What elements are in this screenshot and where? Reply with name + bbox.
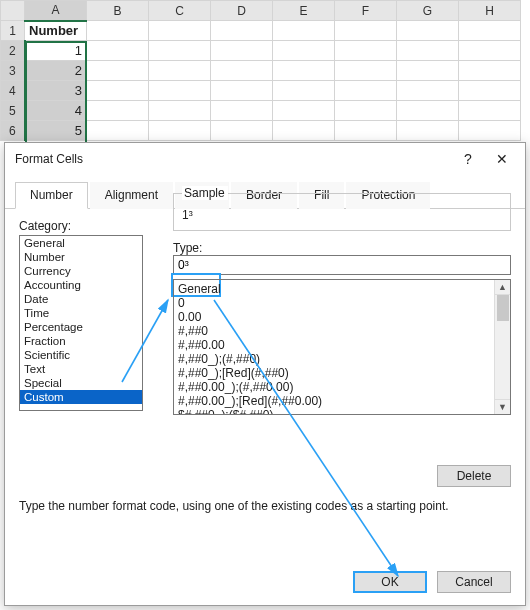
list-item[interactable]: Percentage: [20, 320, 142, 334]
cell[interactable]: [87, 21, 149, 41]
list-item[interactable]: General: [176, 282, 508, 296]
list-item[interactable]: Fraction: [20, 334, 142, 348]
cell[interactable]: [87, 81, 149, 101]
type-input[interactable]: [173, 255, 511, 275]
cell[interactable]: [149, 41, 211, 61]
row-header-1[interactable]: 1: [1, 21, 25, 41]
close-button[interactable]: ✕: [485, 147, 519, 171]
cell[interactable]: [149, 81, 211, 101]
cell[interactable]: [211, 101, 273, 121]
cell[interactable]: [211, 81, 273, 101]
worksheet[interactable]: A B C D E F G H 1 Number 2 1 3 2 4 3 5 4…: [0, 0, 521, 141]
dialog-titlebar[interactable]: Format Cells ? ✕: [5, 143, 525, 175]
delete-button[interactable]: Delete: [437, 465, 511, 487]
cell[interactable]: [273, 121, 335, 141]
cell[interactable]: [211, 21, 273, 41]
row-header-5[interactable]: 5: [1, 101, 25, 121]
col-header-g[interactable]: G: [397, 1, 459, 21]
cancel-button[interactable]: Cancel: [437, 571, 511, 593]
cell[interactable]: [335, 121, 397, 141]
col-header-h[interactable]: H: [459, 1, 521, 21]
cell[interactable]: [149, 101, 211, 121]
list-item-selected[interactable]: Custom: [20, 390, 142, 404]
cell[interactable]: [87, 61, 149, 81]
cell[interactable]: [397, 101, 459, 121]
cell[interactable]: [335, 101, 397, 121]
cell[interactable]: [335, 21, 397, 41]
list-item[interactable]: General: [20, 236, 142, 250]
col-header-b[interactable]: B: [87, 1, 149, 21]
cell[interactable]: [273, 61, 335, 81]
row-header-3[interactable]: 3: [1, 61, 25, 81]
list-item[interactable]: 0: [176, 296, 508, 310]
cell-a6[interactable]: 5: [25, 121, 87, 141]
cell[interactable]: [459, 101, 521, 121]
row-header-4[interactable]: 4: [1, 81, 25, 101]
list-item[interactable]: #,##0: [176, 324, 508, 338]
category-list[interactable]: General Number Currency Accounting Date …: [19, 235, 143, 411]
list-item[interactable]: Scientific: [20, 348, 142, 362]
cell[interactable]: [335, 81, 397, 101]
list-item[interactable]: Accounting: [20, 278, 142, 292]
scroll-up-icon[interactable]: ▲: [495, 280, 510, 295]
list-item[interactable]: Text: [20, 362, 142, 376]
cell[interactable]: [87, 41, 149, 61]
col-header-f[interactable]: F: [335, 1, 397, 21]
list-item[interactable]: $#,##0_);($#,##0): [176, 408, 508, 415]
cell-a2[interactable]: 1: [25, 41, 87, 61]
cell[interactable]: [459, 121, 521, 141]
col-header-a[interactable]: A: [25, 1, 87, 21]
cell[interactable]: [211, 121, 273, 141]
format-list[interactable]: General 0 0.00 #,##0 #,##0.00 #,##0_);(#…: [173, 279, 511, 415]
scroll-thumb[interactable]: [497, 295, 509, 321]
cell[interactable]: [149, 61, 211, 81]
list-item[interactable]: Date: [20, 292, 142, 306]
col-header-e[interactable]: E: [273, 1, 335, 21]
cell[interactable]: [459, 41, 521, 61]
cell[interactable]: [397, 41, 459, 61]
list-item[interactable]: #,##0_);[Red](#,##0): [176, 366, 508, 380]
cell[interactable]: [397, 61, 459, 81]
help-button[interactable]: ?: [451, 147, 485, 171]
cell[interactable]: [87, 101, 149, 121]
col-header-c[interactable]: C: [149, 1, 211, 21]
row-header-6[interactable]: 6: [1, 121, 25, 141]
cell[interactable]: [87, 121, 149, 141]
cell-a3[interactable]: 2: [25, 61, 87, 81]
select-all-corner[interactable]: [1, 1, 25, 21]
scrollbar[interactable]: ▲ ▼: [494, 280, 510, 414]
tab-number[interactable]: Number: [15, 182, 88, 209]
col-header-d[interactable]: D: [211, 1, 273, 21]
cell[interactable]: [273, 101, 335, 121]
cell[interactable]: [397, 121, 459, 141]
list-item[interactable]: 0.00: [176, 310, 508, 324]
row-header-2[interactable]: 2: [1, 41, 25, 61]
cell-a4[interactable]: 3: [25, 81, 87, 101]
cell[interactable]: [459, 21, 521, 41]
list-item[interactable]: Special: [20, 376, 142, 390]
list-item[interactable]: Number: [20, 250, 142, 264]
cell[interactable]: [397, 21, 459, 41]
cell[interactable]: [211, 41, 273, 61]
cell[interactable]: [335, 61, 397, 81]
cell[interactable]: [273, 81, 335, 101]
cell[interactable]: [335, 41, 397, 61]
cell[interactable]: [273, 41, 335, 61]
list-item[interactable]: #,##0.00_);[Red](#,##0.00): [176, 394, 508, 408]
cell[interactable]: [211, 61, 273, 81]
list-item[interactable]: #,##0.00: [176, 338, 508, 352]
cell[interactable]: [273, 21, 335, 41]
cell-a5[interactable]: 4: [25, 101, 87, 121]
cell[interactable]: [459, 61, 521, 81]
ok-button[interactable]: OK: [353, 571, 427, 593]
list-item[interactable]: Time: [20, 306, 142, 320]
cell[interactable]: [459, 81, 521, 101]
cell-a1[interactable]: Number: [25, 21, 87, 41]
cell[interactable]: [149, 121, 211, 141]
cell[interactable]: [397, 81, 459, 101]
cell[interactable]: [149, 21, 211, 41]
list-item[interactable]: #,##0.00_);(#,##0.00): [176, 380, 508, 394]
scroll-down-icon[interactable]: ▼: [495, 399, 510, 414]
list-item[interactable]: Currency: [20, 264, 142, 278]
list-item[interactable]: #,##0_);(#,##0): [176, 352, 508, 366]
